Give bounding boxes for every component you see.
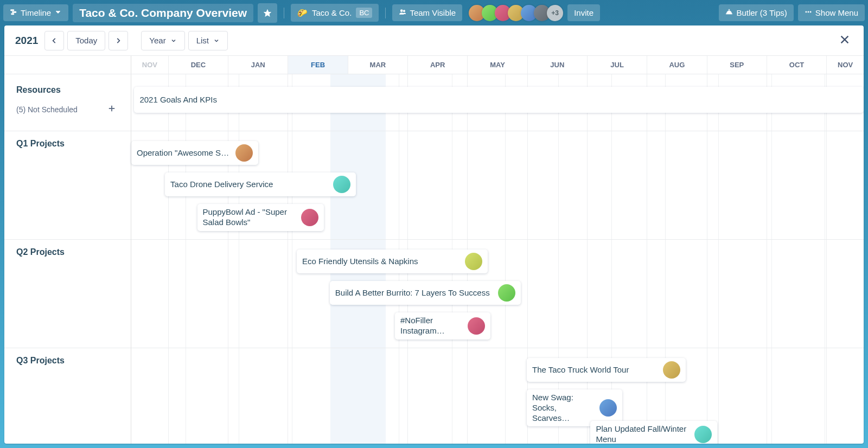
zoom-scale-label: Year [149,36,165,45]
svg-point-5 [404,10,405,12]
svg-rect-0 [11,10,14,11]
timeline-card[interactable]: Build A Better Burrito: 7 Layers To Succ… [330,281,521,305]
visibility-label: Team Visible [410,8,456,17]
visibility-button[interactable]: Team Visible [392,4,462,21]
view-name: Timeline [21,8,51,17]
lane-title-q1: Q1 Projects [16,139,119,149]
display-mode-select[interactable]: List [188,31,228,50]
card-avatar [663,361,680,379]
zoom-scale-select[interactable]: Year [141,31,184,50]
show-menu-label: Show Menu [815,8,858,17]
avatar-more[interactable]: +3 [547,5,563,21]
month-cell: JUL [588,56,647,74]
member-avatars: +3 [469,5,563,21]
month-cell: DEC [169,56,228,74]
card-title: Taco Drone Delivery Service [170,180,328,190]
card-title: Eco Friendly Utensils & Napkins [302,257,459,267]
resources-heading: Resources [16,85,119,95]
month-cell: MAY [468,56,527,74]
today-button[interactable]: Today [67,31,105,50]
prev-period-button[interactable] [44,31,64,50]
card-title: The Taco Truck World Tour [532,365,658,375]
month-header: NOV DEC JAN FEB MAR APR MAY JUN JUL AUG … [131,56,864,74]
next-period-button[interactable] [108,31,128,50]
show-menu-button[interactable]: Show Menu [798,4,865,21]
card-avatar [465,253,482,270]
svg-point-10 [810,11,811,12]
close-timeline-button[interactable] [837,31,853,49]
month-cell: AUG [647,56,707,74]
team-icon [399,8,406,17]
board-views-switcher[interactable]: Timeline [3,4,68,21]
add-unscheduled-button[interactable] [105,101,119,117]
ellipsis-icon [805,8,812,17]
month-cell: NOV [827,56,864,74]
svg-rect-6 [726,14,733,14]
workspace-name: Taco & Co. [312,8,352,17]
timeline-card[interactable]: #NoFiller Instagram… [395,312,490,340]
card-avatar [599,399,617,417]
timeline-card[interactable]: PuppyBowl Ad - "Super Salad Bowls" [197,204,324,231]
card-avatar [333,176,350,193]
chevron-down-icon [54,8,62,17]
timeline-card[interactable]: The Taco Truck World Tour [527,358,686,382]
timeline-sidebar: Resources (5) Not Scheduled Q1 Projects … [4,74,131,444]
svg-point-4 [401,10,403,12]
divider [284,8,284,18]
svg-rect-1 [12,11,16,12]
card-avatar [301,209,318,226]
workspace-button[interactable]: 🌮 Taco & Co. BC [291,4,379,22]
timeline-year: 2021 [15,35,38,47]
workspace-tier-badge: BC [356,8,372,18]
invite-button[interactable]: Invite [567,4,600,21]
card-avatar [694,426,712,443]
month-cell: JAN [228,56,288,74]
lane-title-q3: Q3 Projects [16,356,119,366]
month-cell: SEP [707,56,767,74]
svg-point-9 [808,11,809,12]
month-cell: JUN [528,56,588,74]
month-cell: MAR [348,56,408,74]
display-mode-label: List [196,36,209,45]
card-avatar [468,317,485,335]
butler-label: Butler (3 Tips) [736,8,787,17]
timeline-card[interactable]: 2021 Goals And KPIs [134,87,864,113]
card-title: New Swag: Socks, Scarves… [532,393,594,423]
svg-point-7 [729,9,730,10]
card-title: 2021 Goals And KPIs [139,95,858,105]
lane-title-q2: Q2 Projects [16,247,119,257]
timeline-canvas[interactable]: 2021 Goals And KPIs Operation "Awesome S… [131,74,864,444]
card-avatar [498,284,515,302]
svg-point-8 [806,11,807,12]
card-title: PuppyBowl Ad - "Super Salad Bowls" [203,207,296,228]
month-cell-current: FEB [288,56,348,74]
butler-icon [725,8,733,17]
card-title: Plan Updated Fall/Winter Menu [596,424,689,444]
svg-rect-2 [11,14,14,15]
month-cell: NOV [131,56,169,74]
timeline-card[interactable]: Eco Friendly Utensils & Napkins [297,249,488,273]
card-title: Operation "Awesome Sa… [137,148,230,158]
month-cell: OCT [767,56,827,74]
card-avatar [235,144,253,162]
not-scheduled-count[interactable]: (5) Not Scheduled [16,105,78,114]
month-cell: APR [408,56,468,74]
timeline-card[interactable]: Plan Updated Fall/Winter Menu [590,421,717,444]
butler-button[interactable]: Butler (3 Tips) [719,4,793,21]
divider [385,8,386,18]
card-title: #NoFiller Instagram… [400,316,462,336]
board-title[interactable]: Taco & Co. Company Overview [73,4,253,22]
star-button[interactable] [258,3,277,23]
timeline-card[interactable]: Operation "Awesome Sa… [131,141,258,165]
card-title: Build A Better Burrito: 7 Layers To Succ… [335,288,493,298]
timeline-card[interactable]: Taco Drone Delivery Service [165,172,356,196]
svg-marker-3 [264,10,271,16]
timeline-icon [10,8,17,17]
timeline-panel: 2021 Today Year List NOV DEC JAN FEB MAR [4,25,864,444]
workspace-icon: 🌮 [297,8,308,18]
